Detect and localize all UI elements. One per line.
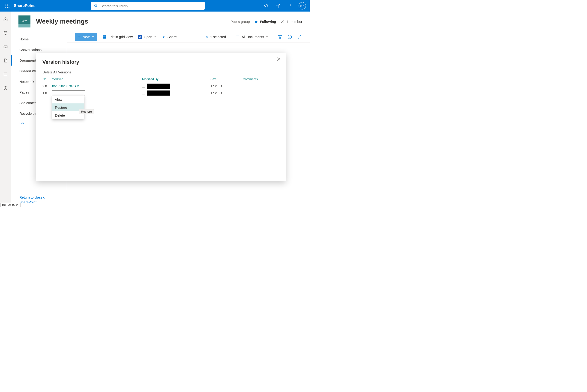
version-modified-link[interactable]: 8/29/2023 5:07 AM: [52, 84, 142, 88]
svg-point-1: [7, 4, 7, 4]
site-logo-accent: [18, 24, 30, 28]
tooltip: Restore: [79, 109, 94, 114]
gear-icon: [276, 4, 281, 8]
user-name-redacted: [147, 84, 170, 89]
edit-grid-button[interactable]: Edit in grid view: [102, 35, 133, 39]
open-button[interactable]: W Open: [138, 35, 156, 39]
megaphone-icon: [264, 4, 269, 8]
help-button[interactable]: [285, 0, 296, 11]
dialog-close-button[interactable]: [276, 57, 281, 62]
clear-selection-button[interactable]: 1 selected: [205, 35, 226, 39]
svg-point-0: [5, 4, 6, 4]
avatar: MK: [299, 2, 306, 10]
open-label: Open: [144, 35, 152, 39]
search-input[interactable]: [101, 4, 201, 8]
version-dropdown-trigger[interactable]: [52, 90, 85, 96]
plus-circle-icon: [3, 86, 8, 90]
site-title[interactable]: Weekly meetings: [36, 18, 88, 25]
return-classic-line2: SharePoint: [19, 200, 36, 204]
svg-rect-18: [103, 35, 106, 38]
version-modified-dropdown[interactable]: [52, 90, 142, 96]
close-icon: [276, 57, 281, 62]
view-list-icon: [236, 35, 240, 39]
version-no: 2.0: [42, 84, 52, 88]
col-header-modified[interactable]: Modified: [52, 77, 142, 81]
star-filled-icon: [254, 20, 258, 23]
browser-status-text: Run script "#": [0, 203, 20, 207]
svg-point-9: [94, 4, 97, 7]
settings-button[interactable]: [273, 0, 284, 11]
svg-point-4: [7, 5, 7, 6]
rail-create[interactable]: [1, 84, 10, 93]
site-logo-text: Wm: [18, 16, 30, 24]
info-icon[interactable]: [287, 35, 292, 39]
col-header-comments[interactable]: Comments: [243, 77, 280, 81]
version-size: 17.2 KB: [210, 91, 243, 95]
app-rail: [0, 12, 11, 207]
chevron-down-icon: [154, 36, 156, 38]
site-logo[interactable]: Wm: [18, 16, 30, 28]
user-name-redacted: [147, 90, 170, 96]
svg-point-7: [7, 7, 7, 8]
col-header-no[interactable]: No. ↓: [42, 77, 52, 81]
share-button[interactable]: Share: [161, 35, 177, 39]
menu-view[interactable]: View: [52, 96, 84, 104]
app-launcher-button[interactable]: [2, 0, 13, 11]
new-label: New: [83, 35, 89, 39]
rail-files[interactable]: [1, 56, 10, 65]
return-classic-link[interactable]: Return to classic SharePoint: [19, 195, 45, 204]
svg-point-5: [8, 5, 9, 6]
search-icon: [94, 4, 98, 8]
rail-globe[interactable]: [1, 28, 10, 38]
new-button[interactable]: New: [75, 33, 97, 41]
share-label: Share: [167, 35, 177, 39]
col-header-size[interactable]: Size: [210, 77, 243, 81]
rail-home[interactable]: [1, 14, 10, 24]
version-row: 2.0 8/29/2023 5:07 AM 17.2 KB: [42, 83, 280, 90]
home-icon: [3, 16, 8, 21]
user-checkbox[interactable]: [142, 92, 145, 94]
search-box[interactable]: [91, 2, 205, 10]
rail-lists[interactable]: [1, 70, 10, 79]
version-modified-by: [142, 90, 210, 96]
expand-icon[interactable]: [297, 35, 302, 39]
question-icon: [288, 4, 293, 8]
version-table-header: No. ↓ Modified Modified By Size Comments: [42, 77, 280, 81]
news-icon: [3, 44, 8, 49]
svg-point-17: [282, 20, 283, 22]
more-actions-button[interactable]: · · ·: [182, 34, 189, 39]
following-toggle[interactable]: Following: [254, 20, 276, 24]
version-no: 1.0: [42, 91, 52, 95]
version-context-menu: View Restore Delete: [52, 96, 84, 119]
rail-news[interactable]: [1, 42, 10, 51]
waffle-icon: [5, 4, 10, 8]
brand-label[interactable]: SharePoint: [14, 4, 35, 8]
members-link[interactable]: 1 member: [281, 20, 302, 24]
col-header-modified-by[interactable]: Modified By: [142, 77, 210, 81]
svg-line-10: [96, 6, 97, 8]
svg-point-2: [8, 4, 9, 4]
group-type-label: Public group: [230, 20, 250, 24]
globe-icon: [3, 30, 8, 35]
nav-home[interactable]: Home: [11, 34, 67, 44]
return-classic-line1: Return to classic: [19, 195, 45, 199]
svg-point-8: [8, 7, 9, 8]
version-size: 17.2 KB: [210, 84, 243, 88]
filter-icon[interactable]: [278, 35, 282, 39]
plus-icon: [77, 35, 81, 38]
edit-grid-label: Edit in grid view: [108, 35, 133, 39]
dialog-title: Version history: [42, 59, 280, 65]
delete-all-versions-link[interactable]: Delete All Versions: [42, 70, 71, 74]
view-name-label: All Documents: [242, 35, 264, 39]
megaphone-button[interactable]: [261, 0, 272, 11]
global-header: SharePoint MK: [0, 0, 310, 12]
svg-point-12: [290, 7, 290, 7]
header-actions: MK: [261, 0, 308, 11]
grid-icon: [102, 35, 107, 39]
command-bar: New Edit in grid view W Open Share · · ·…: [67, 32, 310, 42]
user-checkbox[interactable]: [142, 85, 145, 88]
account-button[interactable]: MK: [297, 0, 308, 11]
chevron-down-icon: [266, 36, 268, 38]
word-icon: W: [138, 35, 142, 39]
view-selector[interactable]: All Documents: [236, 35, 268, 39]
